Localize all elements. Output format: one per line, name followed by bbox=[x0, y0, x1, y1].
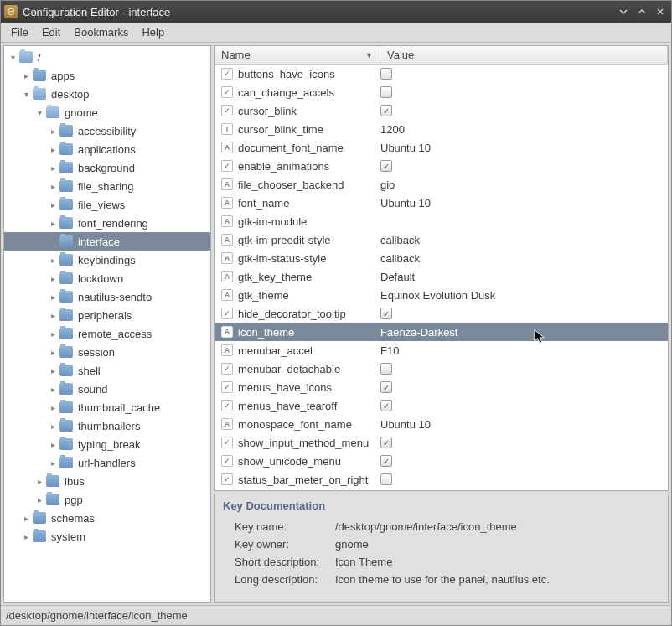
key-row-menus_have_icons[interactable]: menus_have_icons bbox=[215, 378, 668, 396]
key-value[interactable]: callback bbox=[380, 234, 668, 246]
tree-toggle-icon[interactable]: ▸ bbox=[48, 236, 58, 246]
menu-file[interactable]: File bbox=[4, 24, 35, 40]
minimize-button[interactable] bbox=[616, 4, 631, 19]
tree-item-font_rendering[interactable]: ▸font_rendering bbox=[4, 214, 210, 232]
checkbox-icon[interactable] bbox=[380, 308, 392, 319]
tree-toggle-icon[interactable]: ▸ bbox=[48, 273, 58, 283]
tree-toggle-icon[interactable]: ▸ bbox=[34, 494, 44, 504]
tree-item-interface[interactable]: ▸interface bbox=[4, 232, 210, 251]
checkbox-icon[interactable] bbox=[380, 473, 392, 485]
checkbox-icon[interactable] bbox=[380, 160, 392, 172]
column-name[interactable]: Name ▼ bbox=[215, 46, 380, 64]
tree-item-session[interactable]: ▸session bbox=[4, 343, 210, 361]
key-value[interactable]: Default bbox=[380, 271, 668, 283]
tree-item-sound[interactable]: ▸sound bbox=[4, 380, 210, 398]
key-value[interactable] bbox=[380, 400, 668, 411]
key-value[interactable] bbox=[380, 160, 668, 172]
tree-item-file_sharing[interactable]: ▸file_sharing bbox=[4, 177, 210, 195]
checkbox-icon[interactable] bbox=[380, 68, 392, 80]
tree-toggle-icon[interactable]: ▸ bbox=[48, 218, 58, 228]
tree-toggle-icon[interactable]: ▸ bbox=[48, 144, 58, 154]
key-row-buttons_have_icons[interactable]: buttons_have_icons bbox=[215, 65, 668, 83]
checkbox-icon[interactable] bbox=[380, 105, 392, 116]
tree-toggle-icon[interactable]: ▸ bbox=[48, 199, 58, 210]
key-value[interactable] bbox=[380, 68, 668, 80]
key-value[interactable]: Faenza-Darkest bbox=[380, 326, 668, 339]
maximize-button[interactable] bbox=[634, 4, 649, 19]
key-value[interactable]: Ubuntu 10 bbox=[380, 197, 668, 210]
tree-toggle-icon[interactable]: ▸ bbox=[48, 347, 58, 357]
key-value[interactable]: Ubuntu 10 bbox=[380, 142, 668, 154]
key-row-gtk_key_theme[interactable]: gtk_key_themeDefault bbox=[215, 267, 668, 286]
tree-item-keybindings[interactable]: ▸keybindings bbox=[4, 251, 210, 269]
tree-item-remote_access[interactable]: ▸remote_access bbox=[4, 324, 210, 343]
tree-toggle-icon[interactable]: ▸ bbox=[21, 513, 31, 523]
tree-item-gnome[interactable]: ▾gnome bbox=[4, 103, 210, 122]
key-row-document_font_name[interactable]: document_font_nameUbuntu 10 bbox=[215, 138, 668, 157]
key-value[interactable] bbox=[380, 473, 668, 485]
tree-item-shell[interactable]: ▸shell bbox=[4, 361, 210, 380]
key-value[interactable] bbox=[380, 455, 668, 467]
key-row-icon_theme[interactable]: icon_themeFaenza-Darkest bbox=[215, 323, 668, 341]
key-value[interactable]: callback bbox=[380, 252, 668, 265]
key-value[interactable]: Equinox Evolution Dusk bbox=[380, 289, 668, 302]
key-value[interactable]: gio bbox=[380, 178, 668, 191]
tree-item-pgp[interactable]: ▸pgp bbox=[4, 490, 210, 509]
tree-item-typing_break[interactable]: ▸typing_break bbox=[4, 435, 210, 453]
tree-toggle-icon[interactable]: ▸ bbox=[48, 439, 58, 449]
tree-item-applications[interactable]: ▸applications bbox=[4, 140, 210, 158]
menu-help[interactable]: Help bbox=[135, 24, 171, 40]
tree-item-thumbnailers[interactable]: ▸thumbnailers bbox=[4, 416, 210, 435]
tree-toggle-icon[interactable]: ▸ bbox=[21, 70, 31, 80]
checkbox-icon[interactable] bbox=[380, 400, 392, 411]
tree-item-background[interactable]: ▸background bbox=[4, 158, 210, 177]
checkbox-icon[interactable] bbox=[380, 455, 392, 467]
menu-edit[interactable]: Edit bbox=[35, 24, 67, 40]
tree-toggle-icon[interactable]: ▸ bbox=[48, 163, 58, 173]
tree-item-lockdown[interactable]: ▸lockdown bbox=[4, 269, 210, 287]
titlebar[interactable]: Configuration Editor - interface bbox=[1, 1, 671, 23]
key-row-show_input_method_menu[interactable]: show_input_method_menu bbox=[215, 433, 668, 452]
menu-bookmarks[interactable]: Bookmarks bbox=[67, 24, 135, 40]
tree-toggle-icon[interactable]: ▸ bbox=[34, 476, 44, 486]
tree-item-file_views[interactable]: ▸file_views bbox=[4, 195, 210, 214]
tree-toggle-icon[interactable]: ▸ bbox=[48, 310, 58, 320]
close-button[interactable] bbox=[653, 4, 668, 19]
tree-toggle-icon[interactable]: ▸ bbox=[48, 458, 58, 468]
key-row-gtk-im-status-style[interactable]: gtk-im-status-stylecallback bbox=[215, 249, 668, 267]
tree-toggle-icon[interactable]: ▸ bbox=[48, 181, 58, 191]
tree-item-ibus[interactable]: ▸ibus bbox=[4, 472, 210, 490]
tree-toggle-icon[interactable]: ▾ bbox=[34, 107, 44, 117]
key-row-hide_decorator_tooltip[interactable]: hide_decorator_tooltip bbox=[215, 304, 668, 323]
tree-item-root[interactable]: ▾/ bbox=[4, 48, 210, 66]
key-row-gtk_theme[interactable]: gtk_themeEquinox Evolution Dusk bbox=[215, 286, 668, 304]
list-body[interactable]: buttons_have_iconscan_change_accelscurso… bbox=[215, 65, 668, 490]
tree-toggle-icon[interactable]: ▸ bbox=[48, 329, 58, 339]
tree-toggle-icon[interactable]: ▸ bbox=[48, 365, 58, 375]
tree-item-nautilus-sendto[interactable]: ▸nautilus-sendto bbox=[4, 287, 210, 306]
checkbox-icon[interactable] bbox=[380, 363, 392, 375]
tree-item-apps[interactable]: ▸apps bbox=[4, 66, 210, 85]
key-value[interactable] bbox=[380, 86, 668, 98]
checkbox-icon[interactable] bbox=[380, 381, 392, 393]
tree-toggle-icon[interactable]: ▸ bbox=[48, 421, 58, 431]
tree-item-thumbnail_cache[interactable]: ▸thumbnail_cache bbox=[4, 398, 210, 416]
tree-toggle-icon[interactable]: ▾ bbox=[8, 52, 18, 62]
key-value[interactable]: Ubuntu 10 bbox=[380, 418, 668, 431]
tree-toggle-icon[interactable]: ▾ bbox=[21, 89, 31, 99]
key-row-show_unicode_menu[interactable]: show_unicode_menu bbox=[215, 452, 668, 470]
key-row-file_chooser_backend[interactable]: file_chooser_backendgio bbox=[215, 175, 668, 194]
key-value[interactable]: 1200 bbox=[380, 123, 668, 136]
tree-item-system[interactable]: ▸system bbox=[4, 527, 210, 546]
tree-item-desktop[interactable]: ▾desktop bbox=[4, 85, 210, 103]
key-row-gtk-im-preedit-style[interactable]: gtk-im-preedit-stylecallback bbox=[215, 230, 668, 249]
key-row-menubar_detachable[interactable]: menubar_detachable bbox=[215, 360, 668, 378]
key-row-status_bar_meter_on_right[interactable]: status_bar_meter_on_right bbox=[215, 470, 668, 489]
key-row-cursor_blink_time[interactable]: cursor_blink_time1200 bbox=[215, 120, 668, 138]
key-value[interactable] bbox=[380, 363, 668, 375]
key-row-gtk-im-module[interactable]: gtk-im-module bbox=[215, 212, 668, 230]
tree-sidebar[interactable]: ▾/▸apps▾desktop▾gnome▸accessibility▸appl… bbox=[3, 45, 211, 603]
key-value[interactable]: F10 bbox=[380, 344, 668, 357]
checkbox-icon[interactable] bbox=[380, 437, 392, 448]
key-row-monospace_font_name[interactable]: monospace_font_nameUbuntu 10 bbox=[215, 415, 668, 433]
